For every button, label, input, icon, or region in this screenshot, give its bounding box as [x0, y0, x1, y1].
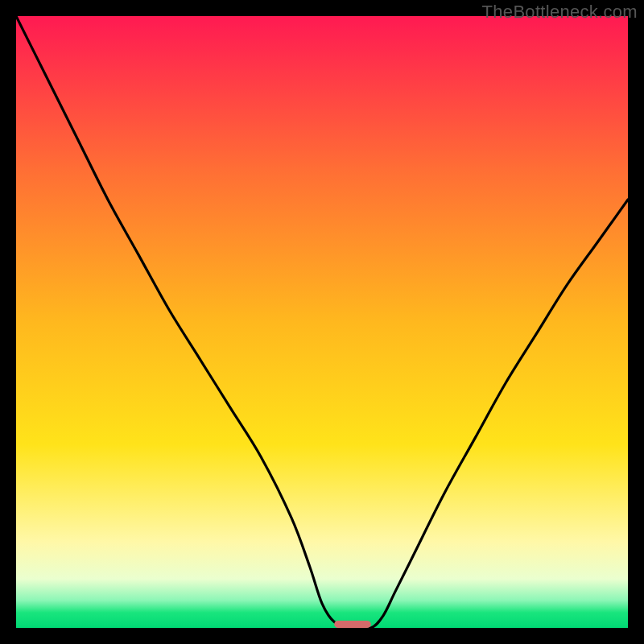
- gradient-background: [16, 16, 628, 628]
- chart-frame: TheBottleneck.com: [0, 0, 644, 644]
- chart-svg: [16, 16, 628, 628]
- plot-area: [16, 16, 628, 628]
- optimum-marker: [334, 621, 371, 628]
- watermark-text: TheBottleneck.com: [482, 2, 638, 23]
